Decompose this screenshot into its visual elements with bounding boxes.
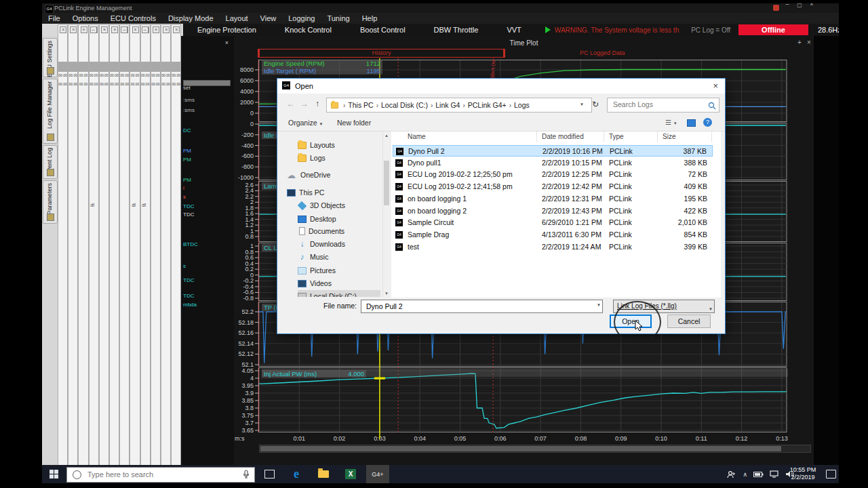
up-icon[interactable]: ↑	[315, 99, 319, 108]
nav-scrollbar[interactable]: ▲ ▼	[382, 132, 389, 297]
breadcrumb-this-pc[interactable]: This PC	[348, 101, 373, 109]
back-icon[interactable]: ←	[287, 99, 295, 108]
collapsed-window[interactable]: ×–00.0000.00d!	[89, 24, 99, 466]
cancel-button[interactable]: Cancel	[667, 314, 711, 328]
tray-chevron-icon[interactable]: ∧	[743, 471, 747, 478]
timeplot-close-icon[interactable]: ×	[807, 39, 811, 46]
file-name-input[interactable]	[365, 302, 589, 311]
file-explorer-button[interactable]	[312, 465, 335, 483]
collapsed-window[interactable]: ×–00.0000.00	[119, 24, 130, 466]
scroll-thumb[interactable]	[384, 161, 389, 205]
taskbar-search-input[interactable]	[86, 470, 224, 479]
close-icon[interactable]: ×	[70, 26, 77, 33]
minimize-icon[interactable]: –	[142, 26, 149, 33]
history-range-bar[interactable]: History	[258, 49, 505, 58]
timeplot-hscrollbar[interactable]	[259, 445, 811, 453]
file-row-dyno-pull-2[interactable]: G4Dyno Pull 22/2/2019 10:16 PMPCLink387 …	[393, 145, 713, 157]
forward-icon[interactable]: →	[300, 99, 309, 108]
edge-button[interactable]: e	[285, 465, 308, 483]
toolbar-tab-engine-protection[interactable]: Engine Protection	[183, 26, 271, 34]
column-header-size[interactable]: Size	[663, 133, 675, 140]
network-icon[interactable]	[770, 470, 779, 478]
toolbar-tab-boost-control[interactable]: Boost Control	[346, 26, 420, 34]
nav-item-pictures[interactable]: Pictures	[298, 264, 336, 277]
preview-pane-icon[interactable]	[687, 119, 696, 127]
move-icon[interactable]: +	[797, 39, 802, 46]
sidebar-tab-ecu-settings[interactable]: ECU Settings	[43, 38, 58, 77]
taskbar-clock[interactable]: 10:55 PM 2/2/2019	[783, 466, 823, 481]
close-icon[interactable]: ×	[81, 26, 87, 33]
nav-item-music[interactable]: ♪Music	[298, 251, 328, 263]
file-row-ecu-log-2019-02-2-12-41-58-pm[interactable]: G4ECU Log 2019-02-2 12;41;58 pm2/2/2019 …	[393, 181, 713, 192]
search-input[interactable]	[612, 100, 700, 109]
excel-button[interactable]: X	[339, 465, 362, 485]
toolbar-tab-dbw-throttle[interactable]: DBW Throttle	[420, 26, 493, 34]
menu-ecu-controls[interactable]: ECU Controls	[104, 13, 162, 24]
collapsed-window[interactable]: ×00.0000.00	[58, 24, 68, 466]
sidebar-tab-log-file-manager[interactable]: Log File Manager	[43, 79, 58, 144]
action-center-icon[interactable]	[826, 470, 836, 479]
collapsed-window[interactable]: ×00.0000.00	[151, 24, 161, 466]
file-row-test[interactable]: G4test2/2/2019 11:24 AMPCLink399 KB	[393, 241, 713, 253]
file-row-sample-drag[interactable]: G4Sample Drag4/13/2011 6:30 PMPCLink854 …	[393, 229, 713, 241]
nav-item-local-disk-c[interactable]: Local Disk (C:)	[298, 290, 380, 297]
column-header-type[interactable]: Type	[609, 133, 624, 140]
start-button[interactable]	[42, 465, 66, 483]
scrollbar-thumb[interactable]	[260, 446, 781, 451]
menu-view[interactable]: View	[254, 13, 283, 24]
nav-item-layouts[interactable]: Layouts	[298, 139, 335, 151]
taskbar-search[interactable]	[66, 467, 255, 483]
pclink-taskbar-button[interactable]: G4+	[366, 465, 389, 485]
close-icon[interactable]: ×	[132, 26, 139, 33]
file-type-dropdown-icon[interactable]: ▼	[709, 303, 713, 315]
file-row-on-board-logging-1[interactable]: G4on board logging 12/2/2019 12:31 PMPCL…	[393, 193, 713, 205]
breadcrumb-link-g4[interactable]: Link G4	[435, 101, 460, 109]
menu-logging[interactable]: Logging	[282, 13, 321, 24]
menu-display-mode[interactable]: Display Mode	[162, 13, 220, 24]
scroll-down-icon[interactable]: ▼	[383, 291, 390, 296]
sidebar-tab-event-log[interactable]: Event Log	[43, 145, 58, 179]
nav-item-documents[interactable]: Documents	[298, 225, 344, 237]
menu-layout[interactable]: Layout	[220, 13, 254, 24]
organize-button[interactable]: Organize ▼	[288, 119, 323, 127]
close-icon[interactable]: ×	[101, 26, 108, 33]
menu-file[interactable]: File	[42, 13, 66, 24]
search-box[interactable]	[607, 98, 719, 113]
menu-options[interactable]: Options	[66, 13, 104, 24]
offline-badge[interactable]: Offline	[738, 24, 808, 35]
file-row-on-board-logging-2[interactable]: G4on board logging 22/2/2019 12:43 PMPCL…	[393, 205, 713, 217]
close-icon[interactable]: ×	[60, 26, 66, 33]
breadcrumb-local-disk-c[interactable]: Local Disk (C:)	[381, 101, 428, 109]
scroll-up-icon[interactable]: ▲	[383, 134, 390, 138]
menu-tuning[interactable]: Tuning	[321, 13, 355, 24]
close-icon[interactable]: ×	[173, 26, 180, 33]
nav-item-3d-objects[interactable]: 3D Objects	[298, 199, 345, 211]
menu-help[interactable]: Help	[356, 13, 384, 24]
combo-dropdown-icon[interactable]: ▼	[597, 303, 601, 307]
view-mode-icon[interactable]: ☰ ▼	[665, 119, 677, 126]
collapsed-window[interactable]: ×00.0000.00	[109, 24, 119, 466]
breadcrumb-pclink-g4[interactable]: PCLink G4+	[468, 101, 507, 109]
address-dropdown-icon[interactable]: ▼	[580, 102, 584, 106]
toolbar-tab-vvt[interactable]: VVT	[492, 26, 535, 34]
sidebar-tab-parameters[interactable]: Parameters	[43, 180, 58, 224]
nav-item-onedrive[interactable]: ☁OneDrive	[287, 169, 330, 181]
nav-item-this-pc[interactable]: This PC	[287, 186, 324, 199]
minimize-icon[interactable]: –	[121, 26, 127, 33]
file-name-combo[interactable]: ▼	[361, 300, 603, 313]
dialog-close-icon[interactable]: ×	[713, 81, 718, 91]
nav-item-desktop[interactable]: Desktop	[298, 213, 336, 225]
people-icon[interactable]	[727, 470, 736, 479]
close-icon[interactable]: ×	[163, 26, 170, 33]
panel-close-icon[interactable]: ×	[225, 39, 229, 46]
collapsed-window[interactable]: ×00.0000.00	[99, 24, 109, 466]
file-row-sample-circuit[interactable]: G4Sample Circuit6/29/2010 1:21 PMPCLink2…	[393, 217, 713, 228]
nav-item-downloads[interactable]: ↓Downloads	[298, 238, 345, 250]
collapsed-window[interactable]: ×00.0000.00	[68, 24, 78, 466]
battery-icon[interactable]	[753, 471, 764, 478]
microphone-icon[interactable]	[243, 470, 250, 479]
close-icon[interactable]: ×	[111, 26, 118, 33]
collapsed-window[interactable]: ×00.0000.00	[78, 24, 88, 466]
collapsed-window[interactable]: ×00.0000.00	[161, 24, 171, 466]
collapsed-window[interactable]: ×–00.0000.00d!	[140, 24, 151, 466]
